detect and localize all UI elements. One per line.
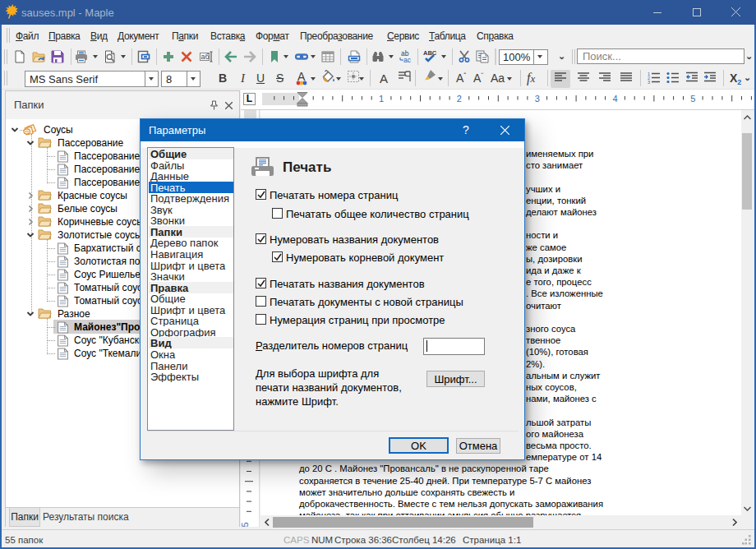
- svg-text:ac: ac: [403, 56, 412, 63]
- svg-text:5: 5: [690, 94, 695, 104]
- svg-text:2: 2: [457, 94, 462, 104]
- svg-text:3: 3: [535, 94, 540, 104]
- svg-text:3: 3: [648, 80, 650, 85]
- svg-text:1: 1: [379, 94, 384, 104]
- svg-text:аб: аб: [201, 53, 210, 61]
- svg-text:4: 4: [612, 94, 617, 104]
- svg-text:5: 5: [241, 522, 250, 527]
